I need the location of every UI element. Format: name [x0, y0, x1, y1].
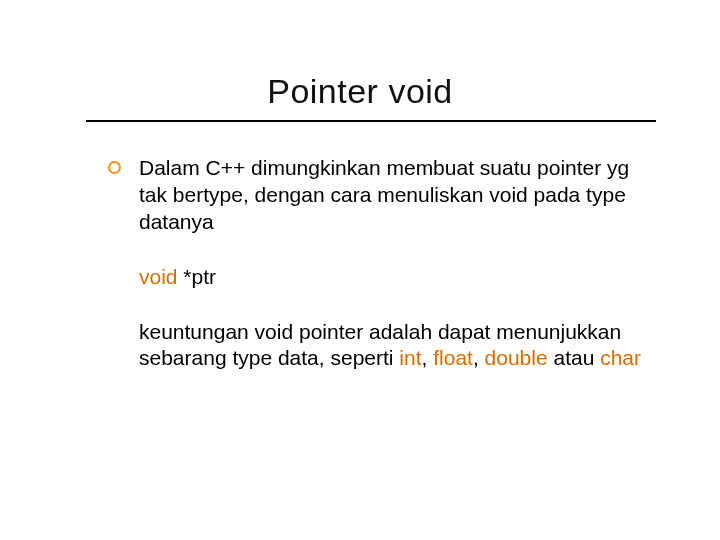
keyword-char: char [600, 346, 641, 369]
keyword-int: int [399, 346, 421, 369]
code-rest: *ptr [178, 265, 217, 288]
keyword-void: void [139, 265, 178, 288]
slide-title: Pointer void [0, 72, 720, 111]
keyword-double: double [485, 346, 548, 369]
slide-body: Dalam C++ dimungkinkan membuat suatu poi… [108, 155, 648, 372]
slide: Pointer void Dalam C++ dimungkinkan memb… [0, 0, 720, 540]
p3-sep2: , [473, 346, 485, 369]
code-line: void *ptr [139, 264, 648, 291]
bullet-item: Dalam C++ dimungkinkan membuat suatu poi… [108, 155, 648, 236]
spacer [108, 236, 648, 264]
circle-bullet-icon [108, 161, 121, 174]
p3-sep1: , [422, 346, 434, 369]
paragraph-1: Dalam C++ dimungkinkan membuat suatu poi… [139, 155, 648, 236]
p3-mid: atau [548, 346, 601, 369]
title-underline [86, 120, 656, 122]
paragraph-3: keuntungan void pointer adalah dapat men… [139, 319, 648, 373]
spacer [108, 291, 648, 319]
keyword-float: float [433, 346, 473, 369]
